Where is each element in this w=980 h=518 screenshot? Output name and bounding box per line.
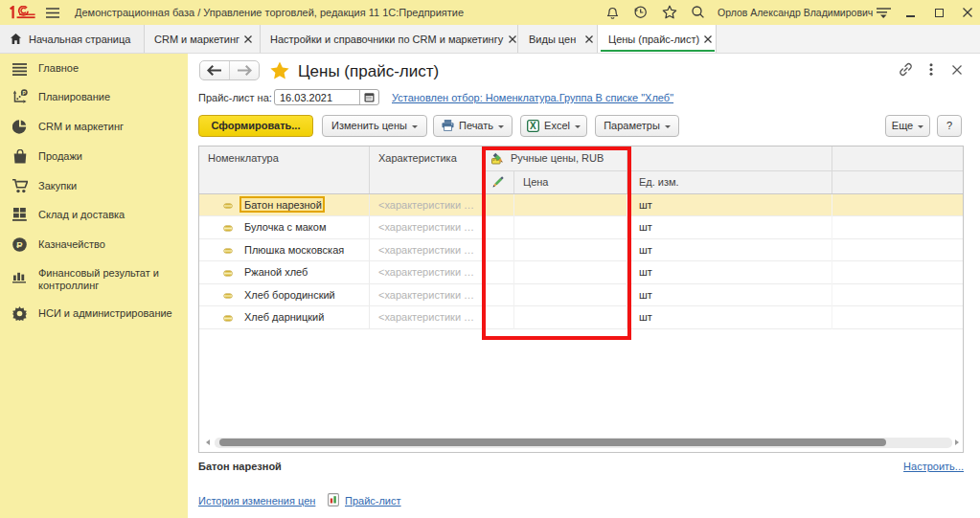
svg-text:X: X <box>530 121 536 131</box>
svg-text:P: P <box>16 239 23 250</box>
svg-text:P: P <box>23 90 27 96</box>
